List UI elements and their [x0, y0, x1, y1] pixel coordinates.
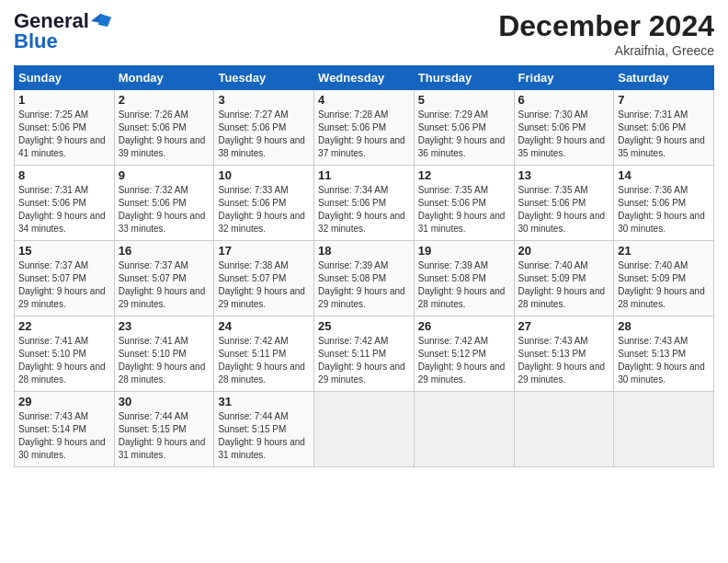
- day-info: Sunrise: 7:39 AMSunset: 5:08 PMDaylight:…: [318, 260, 405, 309]
- day-info: Sunrise: 7:27 AMSunset: 5:06 PMDaylight:…: [218, 109, 305, 158]
- day-info: Sunrise: 7:44 AMSunset: 5:15 PMDaylight:…: [119, 411, 206, 460]
- day-info: Sunrise: 7:36 AMSunset: 5:06 PMDaylight:…: [618, 185, 705, 234]
- calendar-cell: 9 Sunrise: 7:32 AMSunset: 5:06 PMDayligh…: [114, 166, 214, 241]
- day-info: Sunrise: 7:32 AMSunset: 5:06 PMDaylight:…: [119, 185, 206, 234]
- calendar-cell: 7 Sunrise: 7:31 AMSunset: 5:06 PMDayligh…: [614, 90, 714, 166]
- calendar-cell: 19 Sunrise: 7:39 AMSunset: 5:08 PMDaylig…: [414, 241, 514, 316]
- day-number: 13: [518, 168, 610, 182]
- calendar-cell: 14 Sunrise: 7:36 AMSunset: 5:06 PMDaylig…: [614, 166, 714, 241]
- calendar-cell: 25 Sunrise: 7:42 AMSunset: 5:11 PMDaylig…: [314, 316, 415, 392]
- day-number: 26: [418, 319, 510, 333]
- day-info: Sunrise: 7:42 AMSunset: 5:12 PMDaylight:…: [418, 336, 506, 385]
- day-number: 2: [119, 93, 210, 107]
- col-tuesday: Tuesday: [214, 66, 314, 90]
- day-number: 4: [318, 93, 410, 107]
- day-info: Sunrise: 7:39 AMSunset: 5:08 PMDaylight:…: [418, 260, 506, 309]
- day-info: Sunrise: 7:31 AMSunset: 5:06 PMDaylight:…: [618, 109, 705, 158]
- day-info: Sunrise: 7:29 AMSunset: 5:06 PMDaylight:…: [418, 109, 506, 158]
- day-number: 5: [418, 93, 510, 107]
- day-number: 15: [18, 244, 110, 258]
- calendar-cell: 29 Sunrise: 7:43 AMSunset: 5:14 PMDaylig…: [15, 392, 115, 467]
- calendar-cell: 8 Sunrise: 7:31 AMSunset: 5:06 PMDayligh…: [15, 166, 115, 241]
- day-info: Sunrise: 7:42 AMSunset: 5:11 PMDaylight:…: [318, 336, 405, 385]
- calendar-table: Sunday Monday Tuesday Wednesday Thursday…: [14, 65, 714, 467]
- day-number: 25: [318, 319, 410, 333]
- calendar-cell: 4 Sunrise: 7:28 AMSunset: 5:06 PMDayligh…: [314, 90, 415, 166]
- calendar-week-0: 1 Sunrise: 7:25 AMSunset: 5:06 PMDayligh…: [15, 90, 714, 166]
- calendar-cell: 23 Sunrise: 7:41 AMSunset: 5:10 PMDaylig…: [114, 316, 214, 392]
- day-number: 23: [119, 319, 210, 333]
- calendar-cell: 31 Sunrise: 7:44 AMSunset: 5:15 PMDaylig…: [214, 392, 314, 467]
- header-row: Sunday Monday Tuesday Wednesday Thursday…: [15, 66, 714, 90]
- calendar-cell: 15 Sunrise: 7:37 AMSunset: 5:07 PMDaylig…: [15, 241, 115, 316]
- day-number: 22: [18, 319, 110, 333]
- day-info: Sunrise: 7:43 AMSunset: 5:13 PMDaylight:…: [518, 336, 606, 385]
- calendar-cell: [414, 392, 514, 467]
- calendar-cell: 5 Sunrise: 7:29 AMSunset: 5:06 PMDayligh…: [414, 90, 514, 166]
- month-title: December 2024: [498, 9, 714, 43]
- day-number: 8: [18, 168, 110, 182]
- location: Akraifnia, Greece: [498, 43, 714, 58]
- day-info: Sunrise: 7:28 AMSunset: 5:06 PMDaylight:…: [318, 109, 405, 158]
- calendar-cell: 17 Sunrise: 7:38 AMSunset: 5:07 PMDaylig…: [214, 241, 314, 316]
- calendar-cell: 16 Sunrise: 7:37 AMSunset: 5:07 PMDaylig…: [114, 241, 214, 316]
- col-wednesday: Wednesday: [314, 66, 415, 90]
- day-info: Sunrise: 7:26 AMSunset: 5:06 PMDaylight:…: [119, 109, 206, 158]
- calendar-cell: 22 Sunrise: 7:41 AMSunset: 5:10 PMDaylig…: [15, 316, 115, 392]
- day-number: 1: [18, 93, 110, 107]
- day-number: 12: [418, 168, 510, 182]
- svg-marker-1: [98, 14, 111, 27]
- calendar-cell: 28 Sunrise: 7:43 AMSunset: 5:13 PMDaylig…: [614, 316, 714, 392]
- calendar-week-4: 29 Sunrise: 7:43 AMSunset: 5:14 PMDaylig…: [15, 392, 714, 467]
- calendar-cell: 10 Sunrise: 7:33 AMSunset: 5:06 PMDaylig…: [214, 166, 314, 241]
- day-number: 16: [119, 244, 210, 258]
- day-number: 6: [518, 93, 610, 107]
- col-monday: Monday: [114, 66, 214, 90]
- day-info: Sunrise: 7:35 AMSunset: 5:06 PMDaylight:…: [518, 185, 606, 234]
- day-info: Sunrise: 7:38 AMSunset: 5:07 PMDaylight:…: [218, 260, 305, 309]
- calendar-cell: 21 Sunrise: 7:40 AMSunset: 5:09 PMDaylig…: [614, 241, 714, 316]
- day-info: Sunrise: 7:40 AMSunset: 5:09 PMDaylight:…: [618, 260, 705, 309]
- day-number: 29: [18, 395, 110, 408]
- day-info: Sunrise: 7:41 AMSunset: 5:10 PMDaylight:…: [18, 336, 106, 385]
- calendar-cell: 24 Sunrise: 7:42 AMSunset: 5:11 PMDaylig…: [214, 316, 314, 392]
- day-number: 20: [518, 244, 610, 258]
- day-info: Sunrise: 7:25 AMSunset: 5:06 PMDaylight:…: [18, 109, 106, 158]
- day-number: 31: [218, 395, 310, 408]
- day-number: 28: [618, 319, 710, 333]
- title-block: December 2024 Akraifnia, Greece: [498, 9, 714, 58]
- calendar-cell: 18 Sunrise: 7:39 AMSunset: 5:08 PMDaylig…: [314, 241, 415, 316]
- day-info: Sunrise: 7:30 AMSunset: 5:06 PMDaylight:…: [518, 109, 606, 158]
- day-number: 27: [518, 319, 610, 333]
- calendar-cell: [514, 392, 614, 467]
- day-number: 30: [119, 395, 210, 408]
- calendar-cell: 3 Sunrise: 7:27 AMSunset: 5:06 PMDayligh…: [214, 90, 314, 166]
- calendar-cell: 30 Sunrise: 7:44 AMSunset: 5:15 PMDaylig…: [114, 392, 214, 467]
- calendar-cell: 20 Sunrise: 7:40 AMSunset: 5:09 PMDaylig…: [514, 241, 614, 316]
- day-info: Sunrise: 7:37 AMSunset: 5:07 PMDaylight:…: [119, 260, 206, 309]
- day-number: 9: [119, 168, 210, 182]
- day-info: Sunrise: 7:43 AMSunset: 5:13 PMDaylight:…: [618, 336, 705, 385]
- day-number: 7: [618, 93, 710, 107]
- col-sunday: Sunday: [15, 66, 115, 90]
- day-info: Sunrise: 7:43 AMSunset: 5:14 PMDaylight:…: [18, 411, 106, 460]
- calendar-cell: [314, 392, 415, 467]
- logo-text-blue: Blue: [14, 29, 58, 53]
- calendar-cell: 6 Sunrise: 7:30 AMSunset: 5:06 PMDayligh…: [514, 90, 614, 166]
- day-number: 24: [218, 319, 310, 333]
- logo-bird-icon: [91, 14, 111, 29]
- day-info: Sunrise: 7:41 AMSunset: 5:10 PMDaylight:…: [119, 336, 206, 385]
- calendar-cell: 12 Sunrise: 7:35 AMSunset: 5:06 PMDaylig…: [414, 166, 514, 241]
- col-saturday: Saturday: [614, 66, 714, 90]
- calendar-cell: 27 Sunrise: 7:43 AMSunset: 5:13 PMDaylig…: [514, 316, 614, 392]
- page-container: General Blue December 2024 Akraifnia, Gr…: [0, 0, 728, 477]
- day-info: Sunrise: 7:37 AMSunset: 5:07 PMDaylight:…: [18, 260, 106, 309]
- day-info: Sunrise: 7:33 AMSunset: 5:06 PMDaylight:…: [218, 185, 305, 234]
- day-number: 11: [318, 168, 410, 182]
- page-header: General Blue December 2024 Akraifnia, Gr…: [14, 9, 714, 58]
- col-friday: Friday: [514, 66, 614, 90]
- calendar-cell: 26 Sunrise: 7:42 AMSunset: 5:12 PMDaylig…: [414, 316, 514, 392]
- calendar-cell: 13 Sunrise: 7:35 AMSunset: 5:06 PMDaylig…: [514, 166, 614, 241]
- calendar-cell: 2 Sunrise: 7:26 AMSunset: 5:06 PMDayligh…: [114, 90, 214, 166]
- day-number: 14: [618, 168, 710, 182]
